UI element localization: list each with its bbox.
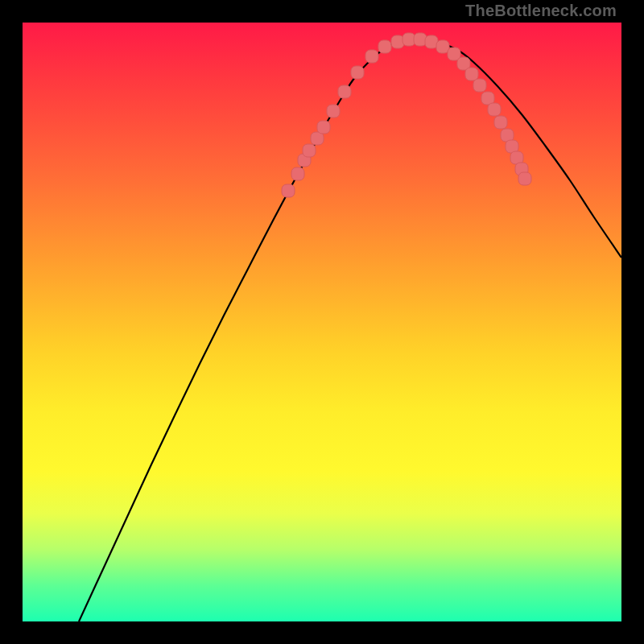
curve-marker xyxy=(436,40,449,53)
curve-marker xyxy=(338,85,351,98)
curve-marker xyxy=(351,66,364,79)
curve-marker xyxy=(303,144,316,157)
curve-marker xyxy=(317,121,330,134)
curve-marker xyxy=(378,40,391,53)
bottleneck-curve xyxy=(79,39,621,621)
bottleneck-chart xyxy=(23,23,621,621)
curve-marker xyxy=(365,50,378,63)
plot-area xyxy=(23,23,621,621)
curve-marker xyxy=(494,116,507,129)
curve-marker xyxy=(465,68,478,80)
outer-frame: TheBottleneck.com xyxy=(0,0,644,644)
curve-marker xyxy=(327,105,340,118)
curve-marker xyxy=(291,167,304,180)
marker-layer xyxy=(282,33,531,197)
curve-marker xyxy=(518,172,531,185)
curve-marker xyxy=(282,184,295,197)
curve-marker xyxy=(488,103,501,116)
curve-marker xyxy=(473,79,486,92)
watermark-text: TheBottleneck.com xyxy=(465,2,617,20)
